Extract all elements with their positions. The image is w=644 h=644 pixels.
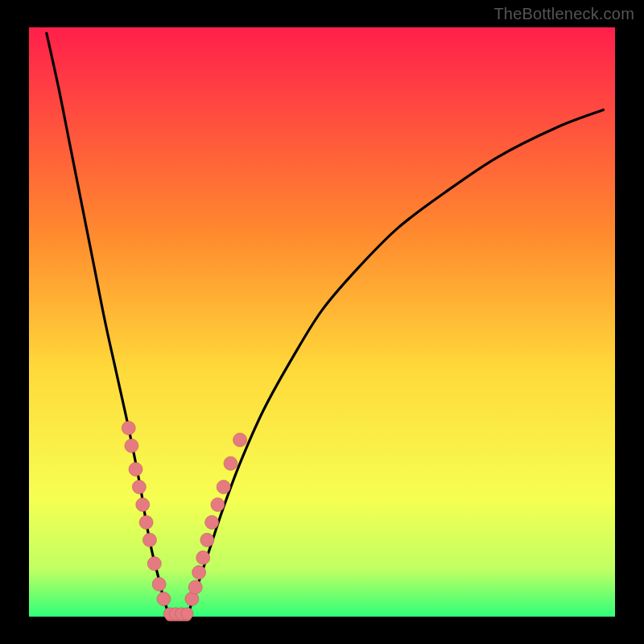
data-dot xyxy=(125,439,138,452)
watermark-label: TheBottleneck.com xyxy=(493,5,634,23)
bottleneck-chart xyxy=(0,0,644,644)
plot-background xyxy=(29,27,615,617)
data-dot xyxy=(132,480,146,493)
data-dot xyxy=(181,608,193,620)
dots-bottom xyxy=(163,608,193,620)
chart-container: TheBottleneck.com xyxy=(0,0,644,644)
data-dot xyxy=(192,566,206,580)
data-dot xyxy=(224,456,237,470)
data-dot xyxy=(129,463,142,477)
data-dot xyxy=(217,480,230,493)
data-dot xyxy=(185,592,199,606)
data-dot xyxy=(205,515,219,529)
data-dot xyxy=(200,533,214,547)
data-dot xyxy=(139,515,153,529)
data-dot xyxy=(122,421,135,435)
data-dot xyxy=(233,433,247,447)
data-dot xyxy=(142,533,156,547)
data-dot xyxy=(196,551,210,564)
data-dot xyxy=(136,497,150,511)
data-dot xyxy=(211,497,225,511)
data-dot xyxy=(157,592,171,606)
data-dot xyxy=(147,557,161,571)
data-dot xyxy=(188,580,202,594)
data-dot xyxy=(152,577,166,591)
